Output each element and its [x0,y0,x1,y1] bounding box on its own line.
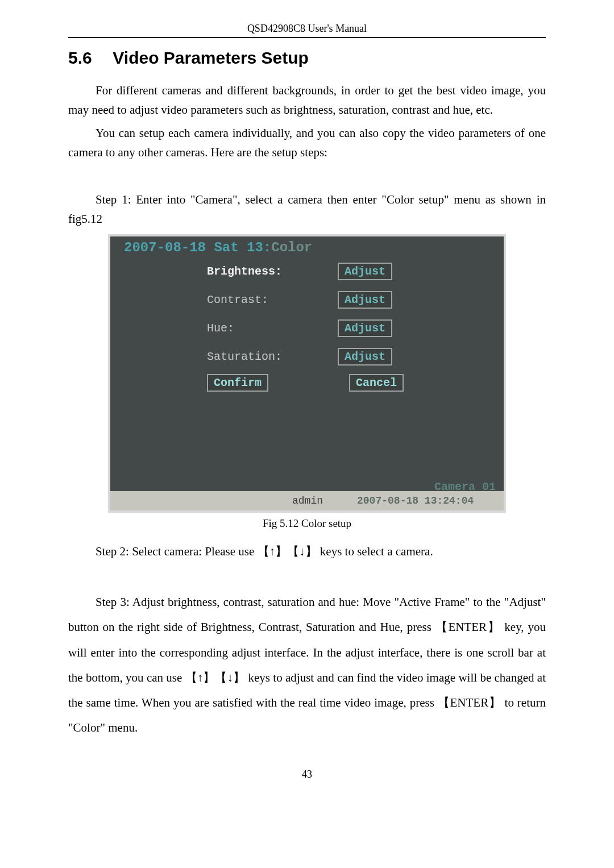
label-hue: Hue: [207,322,338,335]
section-number: 5.6 [68,48,108,68]
paragraph-spacer [68,167,546,186]
osd-footer: admin 2007-08-18 13:24:04 [110,491,504,510]
adjust-saturation-button[interactable]: Adjust [338,348,392,366]
osd-datetime: 2007-08-18 Sat 13:Color [124,240,312,255]
row-brightness: Brightness: Adjust [207,263,491,280]
adjust-contrast-button[interactable]: Adjust [338,291,392,309]
row-confirm-cancel: Confirm Cancel [207,376,491,389]
row-contrast: Contrast: Adjust [207,291,491,309]
step-1: Step 1: Enter into "Camera", select a ca… [68,190,546,229]
label-contrast: Contrast: [207,293,338,306]
row-hue: Hue: Adjust [207,319,491,337]
label-brightness: Brightness: [207,265,338,278]
figure-color-setup: 2007-08-18 Sat 13:Color Brightness: Adju… [108,234,506,513]
step-3: Step 3: Adjust brightness, contrast, sat… [68,589,546,740]
section-title-text: Video Parameters Setup [113,48,309,67]
osd-datetime-prefix: 2007-08-18 Sat 13: [124,240,271,255]
section-heading: 5.6 Video Parameters Setup [68,48,546,68]
step-2: Step 2: Select camera: Please use 【↑】【↓】… [68,542,546,562]
confirm-button[interactable]: Confirm [207,374,268,392]
adjust-brightness-button[interactable]: Adjust [338,263,392,280]
row-saturation: Saturation: Adjust [207,348,491,366]
figure-caption: Fig 5.12 Color setup [68,517,546,530]
footer-user: admin [292,495,323,506]
osd-title-overlay: Color [271,240,312,255]
paragraph-spacer-2 [68,566,546,585]
paragraph-intro-1: For different cameras and different back… [68,81,546,119]
adjust-hue-button[interactable]: Adjust [338,319,392,337]
label-saturation: Saturation: [207,350,338,363]
osd-screen: 2007-08-18 Sat 13:Color Brightness: Adju… [108,234,506,513]
cancel-button[interactable]: Cancel [349,374,404,392]
paragraph-intro-2: You can setup each camera individually, … [68,124,546,162]
page-header: QSD42908C8 User's Manual [68,23,546,38]
page-number: 43 [68,769,546,780]
footer-timestamp: 2007-08-18 13:24:04 [357,495,474,506]
